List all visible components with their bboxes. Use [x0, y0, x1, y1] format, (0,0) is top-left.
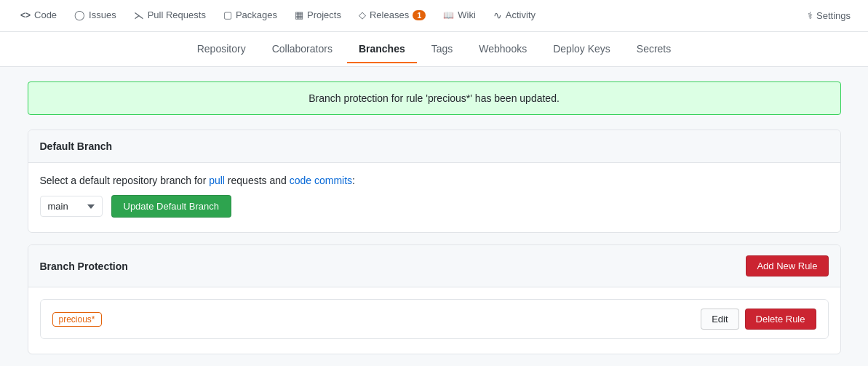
nav-wiki-label: Wiki: [458, 9, 476, 20]
nav-wiki[interactable]: 📖 Wiki: [434, 0, 485, 32]
nav-activity[interactable]: ∿ Activity: [485, 0, 544, 32]
default-branch-card: Default Branch Select a default reposito…: [28, 130, 841, 233]
branch-protection-title: Branch Protection: [40, 260, 128, 272]
protection-actions: Edit Delete Rule: [701, 309, 816, 330]
pr-icon: ⋋: [134, 9, 144, 21]
projects-icon: ▦: [295, 9, 303, 20]
nav-pull-requests[interactable]: ⋋ Pull Requests: [125, 0, 215, 32]
nav-activity-label: Activity: [506, 9, 535, 20]
nav-releases[interactable]: ◇ Releases 1: [350, 0, 434, 32]
releases-icon: ◇: [359, 9, 366, 20]
subnav-webhooks[interactable]: Webhooks: [467, 36, 538, 63]
desc-suffix: :: [352, 175, 355, 186]
delete-rule-button[interactable]: Delete Rule: [745, 309, 816, 330]
nav-pr-label: Pull Requests: [148, 9, 206, 20]
settings-icon: ⚕: [808, 10, 813, 21]
default-branch-header: Default Branch: [28, 130, 840, 163]
edit-rule-button[interactable]: Edit: [701, 309, 738, 330]
subnav-collaborators[interactable]: Collaborators: [260, 36, 344, 63]
settings-label: Settings: [816, 10, 851, 21]
activity-icon: ∿: [493, 9, 502, 21]
nav-projects[interactable]: ▦ Projects: [286, 0, 350, 32]
desc-prefix: Select a default repository branch for: [40, 175, 210, 186]
branch-rule-tag: precious*: [52, 312, 102, 327]
desc-middle: requests and: [225, 175, 290, 186]
alert-message: Branch protection for rule 'precious*' h…: [308, 92, 560, 104]
code-icon: <>: [20, 10, 31, 20]
nav-packages[interactable]: ▢ Packages: [215, 0, 286, 32]
branch-protection-header: Branch Protection Add New Rule: [28, 245, 840, 287]
pull-link[interactable]: pull: [209, 175, 225, 186]
subnav-repository[interactable]: Repository: [186, 36, 258, 63]
nav-releases-label: Releases: [370, 9, 409, 20]
main-content: Branch protection for rule 'precious*' h…: [16, 67, 853, 366]
nav-code[interactable]: <> Code: [12, 0, 65, 32]
subnav-branches[interactable]: Branches: [347, 36, 417, 63]
nav-issues-label: Issues: [89, 9, 116, 20]
nav-issues[interactable]: ◯ Issues: [65, 0, 125, 32]
success-alert: Branch protection for rule 'precious*' h…: [28, 81, 841, 115]
branch-select[interactable]: main develop master: [40, 196, 103, 217]
branch-protection-card: Branch Protection Add New Rule precious*…: [28, 244, 841, 354]
settings-nav[interactable]: ⚕ Settings: [802, 10, 856, 21]
subnav-deploy-keys[interactable]: Deploy Keys: [541, 36, 622, 63]
top-navigation: <> Code ◯ Issues ⋋ Pull Requests ▢ Packa…: [0, 0, 868, 32]
subnav-tags[interactable]: Tags: [420, 36, 465, 63]
nav-projects-label: Projects: [307, 9, 341, 20]
code-commits-link[interactable]: code commits: [290, 175, 352, 186]
branch-protection-body: precious* Edit Delete Rule: [28, 287, 840, 354]
subnav-secrets[interactable]: Secrets: [625, 36, 682, 63]
branch-selector-row: main develop master Update Default Branc…: [40, 195, 829, 218]
nav-code-label: Code: [34, 9, 57, 20]
releases-badge: 1: [413, 10, 426, 20]
nav-packages-label: Packages: [236, 9, 277, 20]
update-default-branch-button[interactable]: Update Default Branch: [111, 195, 232, 218]
add-new-rule-button[interactable]: Add New Rule: [746, 255, 828, 277]
packages-icon: ▢: [223, 9, 232, 20]
wiki-icon: 📖: [443, 10, 454, 20]
issues-icon: ◯: [74, 9, 85, 20]
default-branch-title: Default Branch: [40, 140, 113, 152]
default-branch-description: Select a default repository branch for p…: [40, 175, 829, 186]
sub-navigation: Repository Collaborators Branches Tags W…: [0, 32, 868, 67]
protection-rule-row: precious* Edit Delete Rule: [40, 299, 829, 339]
default-branch-body: Select a default repository branch for p…: [28, 163, 840, 232]
